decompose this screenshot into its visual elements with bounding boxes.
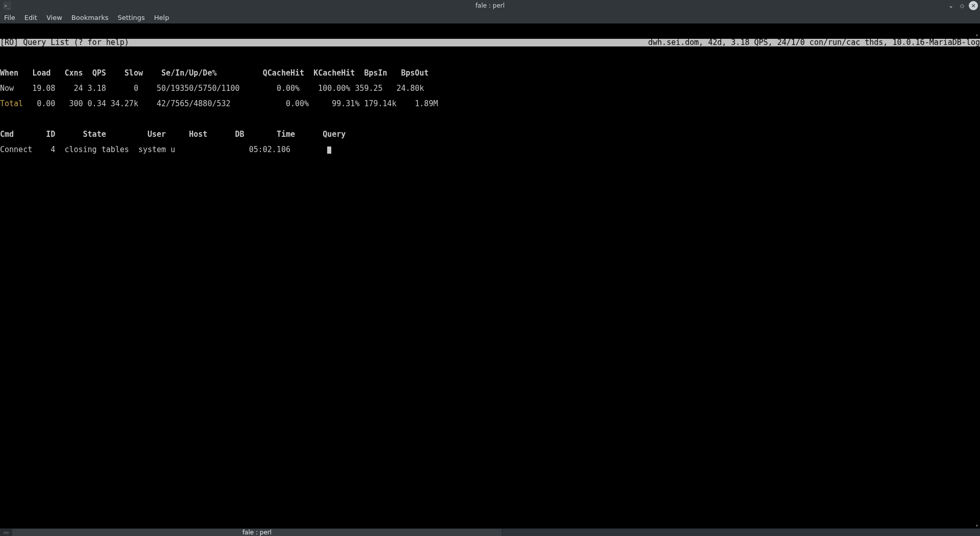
stats-row-now: Now 19.08 24 3.18 0 50/19350/5750/1100 0… [0,85,980,92]
proc-row: Connect 4 closing tables system u 05:02.… [0,146,980,154]
menu-help[interactable]: Help [154,14,169,21]
cursor [327,147,331,154]
terminal-tabbar: ▭ fale : perl [0,528,980,536]
cell-kcachehit: 99.31% [332,99,359,108]
col-time: Time [277,130,295,139]
cell-seinupde: 50/19350/5750/1100 [157,84,240,93]
cell-qps: 0.34 [88,99,106,108]
cell-user: system u [138,145,175,154]
cell-slow: 0 [134,84,138,93]
col-state: State [83,130,106,139]
menu-view[interactable]: View [46,14,62,21]
col-id: ID [46,130,55,139]
app-icon: >_ [3,2,11,10]
cell-bpsin: 179.14k [364,99,396,108]
chevron-down-icon[interactable]: ⌄ [946,1,955,10]
terminal-tab[interactable]: fale : perl [12,529,502,536]
col-cmd: Cmd [0,130,14,139]
menubar: File Edit View Bookmarks Settings Help [0,11,980,23]
col-query: Query [323,130,346,139]
col-load: Load [32,68,51,78]
menu-edit[interactable]: Edit [24,14,37,21]
cell-bpsin: 359.25 [355,84,382,93]
cell-time: 05:02.106 [249,145,290,154]
cell-slow: 34.27k [111,99,138,108]
cell-load: 0.00 [37,99,55,108]
status-right: dwh.sei.dom, 42d, 3.18 QPS, 24/1/0 con/r… [648,39,980,46]
col-bpsin: BpsIn [364,68,387,78]
col-when: When [0,68,18,78]
window-title: fale : perl [475,2,504,9]
col-db: DB [235,130,244,139]
blank-line [0,54,980,62]
window-titlebar: >_ fale : perl ⌄ ◇ ✕ [0,0,980,11]
col-slow: Slow [125,68,143,78]
col-host: Host [189,130,207,139]
scrollbar-down-icon[interactable]: ▾ [974,522,980,528]
cell-qps: 3.18 [88,84,106,93]
menu-file[interactable]: File [4,14,15,21]
col-qps: QPS [92,68,106,78]
col-user: User [148,130,166,139]
cell-qcachehit: 0.00% [277,84,300,93]
cell-when: Now [0,84,14,93]
maximize-diamond-icon[interactable]: ◇ [958,1,967,10]
menu-settings[interactable]: Settings [117,14,144,21]
stats-row-total: Total 0.00 300 0.34 34.27k 42/7565/4880/… [0,100,980,108]
scrollbar-up-icon[interactable]: ▴ [974,31,980,37]
col-cxns: Cxns [64,68,83,78]
cell-cxns: 300 [69,99,83,108]
col-kcachehit: KCacheHit [313,68,355,78]
cell-cxns: 24 [74,84,83,93]
cell-kcachehit: 100.00% [318,84,350,93]
stats-header-row: When Load Cxns QPS Slow Se/In/Up/De% QCa… [0,69,980,77]
new-tab-button[interactable]: ▭ [0,529,12,536]
cell-seinupde: 42/7565/4880/532 [157,99,231,108]
mytop-status-bar: [RO] Query List (? for help)dwh.sei.dom,… [0,39,980,46]
terminal-output[interactable]: [RO] Query List (? for help)dwh.sei.dom,… [0,23,980,528]
cell-bpsout: 1.89M [415,99,438,108]
cell-state: closing tables [64,145,129,154]
cell-when: Total [0,99,23,108]
col-qcachehit: QCacheHit [263,68,304,78]
blank-line [0,115,980,123]
cell-id: 4 [51,145,55,154]
menu-bookmarks[interactable]: Bookmarks [71,14,109,21]
proc-header-row: Cmd ID State User Host DB Time Query [0,131,980,138]
cell-qcachehit: 0.00% [286,99,309,108]
cell-cmd: Connect [0,145,32,154]
cell-bpsout: 24.80k [397,84,424,93]
close-icon[interactable]: ✕ [969,1,978,10]
window-controls: ⌄ ◇ ✕ [946,1,978,10]
col-bpsout: BpsOut [401,68,429,78]
col-seinupde: Se/In/Up/De% [161,68,216,78]
cell-load: 19.08 [32,84,55,93]
status-left: [RO] Query List (? for help) [0,39,129,46]
